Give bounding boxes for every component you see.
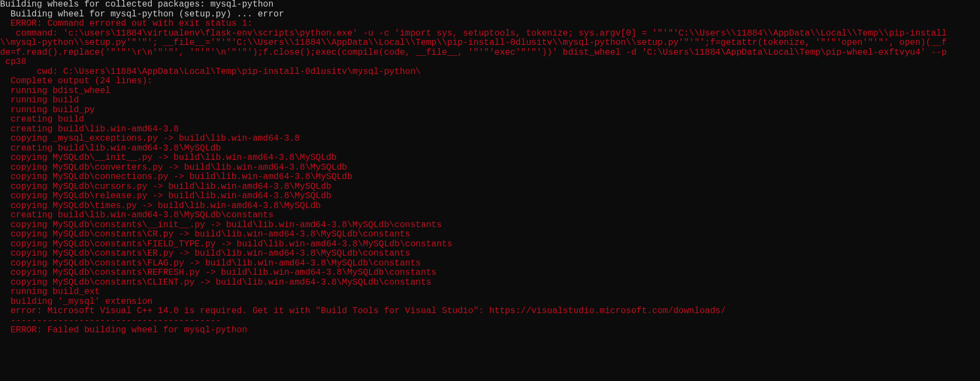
terminal-line: copying MySQLdb\constants\FLAG.py -> bui… — [0, 259, 980, 269]
terminal-line: Complete output (24 lines): — [0, 77, 980, 86]
terminal-line: creating build\lib.win-amd64-3.8 — [0, 125, 980, 135]
terminal-line: running build_py — [0, 106, 980, 116]
terminal-line: running build — [0, 96, 980, 106]
terminal-line: creating build — [0, 115, 980, 125]
terminal-line: copying MySQLdb\__init__.py -> build\lib… — [0, 153, 980, 163]
terminal-line: creating build\lib.win-amd64-3.8\MySQLdb… — [0, 211, 980, 221]
terminal-line: error: Microsoft Visual C++ 14.0 is requ… — [0, 307, 980, 316]
terminal-line: ERROR: Failed building wheel for mysql-p… — [0, 326, 980, 336]
terminal-line: \\mysql-python\\setup.py'"'"'; __file__=… — [0, 38, 980, 48]
terminal-line: cwd: C:\Users\11884\AppData\Local\Temp\p… — [0, 67, 980, 77]
terminal-line: copying MySQLdb\connections.py -> build\… — [0, 172, 980, 182]
terminal-line: ERROR: Command errored out with exit sta… — [0, 19, 980, 29]
terminal-line: Building wheel for mysql-python (setup.p… — [0, 10, 980, 20]
terminal-line: copying MySQLdb\constants\REFRESH.py -> … — [0, 268, 980, 278]
terminal-line: command: 'c:\users\11884\virtualenv\flas… — [0, 29, 980, 39]
terminal-line: copying MySQLdb\constants\ER.py -> build… — [0, 249, 980, 259]
terminal-line: copying _mysql_exceptions.py -> build\li… — [0, 134, 980, 144]
terminal-line: ---------------------------------------- — [0, 316, 980, 326]
terminal-output[interactable]: Building wheels for collected packages: … — [0, 0, 980, 336]
terminal-line: Building wheels for collected packages: … — [0, 0, 980, 10]
terminal-line: running build_ext — [0, 287, 980, 297]
terminal-line: running bdist_wheel — [0, 86, 980, 96]
terminal-line: copying MySQLdb\constants\__init__.py ->… — [0, 221, 980, 230]
terminal-line: creating build\lib.win-amd64-3.8\MySQLdb — [0, 144, 980, 154]
terminal-line: copying MySQLdb\converters.py -> build\l… — [0, 163, 980, 173]
terminal-line: cp38 — [0, 57, 980, 67]
terminal-line: copying MySQLdb\release.py -> build\lib.… — [0, 192, 980, 201]
terminal-line: de=f.read().replace('"'"'\r\n'"'"', '"'"… — [0, 48, 980, 58]
terminal-line: copying MySQLdb\cursors.py -> build\lib.… — [0, 182, 980, 192]
terminal-line: copying MySQLdb\constants\CLIENT.py -> b… — [0, 278, 980, 288]
terminal-line: copying MySQLdb\constants\CR.py -> build… — [0, 230, 980, 240]
terminal-line: copying MySQLdb\constants\FIELD_TYPE.py … — [0, 240, 980, 250]
terminal-line: building '_mysql' extension — [0, 297, 980, 307]
terminal-line: copying MySQLdb\times.py -> build\lib.wi… — [0, 201, 980, 211]
